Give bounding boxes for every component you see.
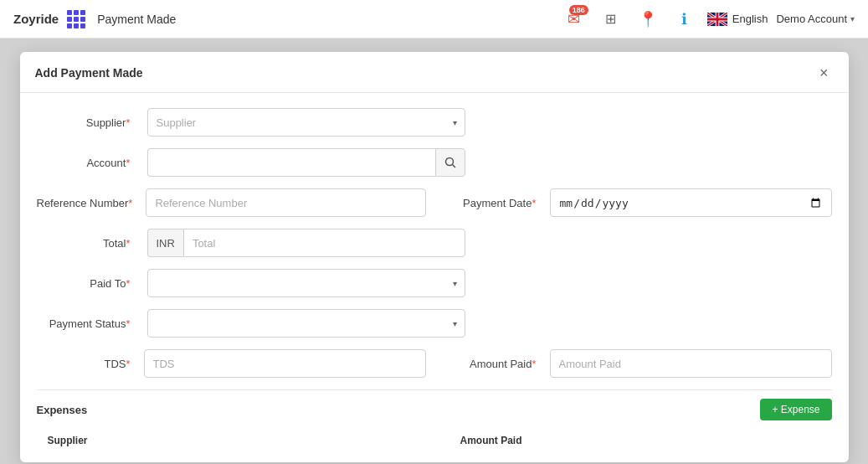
amount-paid-col: Amount Paid* bbox=[443, 349, 832, 378]
amount-paid-input[interactable] bbox=[550, 349, 832, 378]
info-icon[interactable]: ℹ bbox=[670, 5, 699, 34]
account-row: Account* bbox=[37, 148, 832, 177]
amount-paid-label: Amount Paid* bbox=[443, 358, 543, 370]
modal-overlay: Add Payment Made × Supplier* Supplier ▾ bbox=[0, 39, 868, 464]
expenses-table: Supplier Amount Paid bbox=[37, 427, 832, 454]
tds-col: TDS* bbox=[37, 349, 426, 378]
supplier-label: Supplier* bbox=[37, 116, 137, 129]
tds-amount-row: TDS* Amount Paid* bbox=[37, 349, 832, 378]
language-label: English bbox=[732, 13, 768, 25]
total-input-wrap: INR bbox=[147, 229, 465, 257]
total-label: Total* bbox=[37, 237, 137, 250]
account-label: Demo Account bbox=[776, 13, 847, 25]
page-title: Payment Made bbox=[97, 13, 176, 26]
brand-label: Zoyride bbox=[13, 12, 59, 26]
total-row: Total* INR bbox=[37, 229, 832, 257]
account-select[interactable] bbox=[147, 148, 435, 177]
language-selector[interactable]: English bbox=[707, 13, 768, 26]
payment-date-input[interactable] bbox=[550, 188, 832, 217]
paid-to-row: Paid To* ▾ bbox=[37, 269, 832, 297]
supplier-select[interactable]: Supplier bbox=[147, 108, 465, 137]
account-search-button[interactable] bbox=[435, 148, 465, 177]
expenses-section-header: Expenses + Expense bbox=[37, 389, 832, 427]
expenses-col-supplier: Supplier bbox=[37, 428, 449, 454]
payment-status-label: Payment Status* bbox=[37, 317, 137, 330]
ref-date-row: Reference Number* Payment Date* bbox=[37, 188, 832, 217]
account-chevron: ▾ bbox=[850, 14, 855, 23]
svg-point-1 bbox=[445, 158, 453, 166]
map-pin-icon[interactable]: 📍 bbox=[634, 5, 662, 34]
expenses-title: Expenses bbox=[37, 404, 88, 416]
modal-body: Supplier* Supplier ▾ Account* bbox=[20, 93, 849, 462]
envelope-icon[interactable]: ✉ 186 bbox=[560, 5, 588, 34]
expenses-col-amount: Amount Paid bbox=[449, 428, 727, 454]
expenses-col-action bbox=[728, 428, 831, 454]
uk-flag-icon bbox=[707, 13, 727, 26]
add-expense-button[interactable]: + Expense bbox=[760, 399, 831, 420]
total-input[interactable] bbox=[183, 229, 465, 257]
account-required: * bbox=[126, 157, 130, 169]
supplier-required: * bbox=[126, 116, 130, 129]
currency-prefix: INR bbox=[147, 229, 183, 257]
add-payment-modal: Add Payment Made × Supplier* Supplier ▾ bbox=[20, 52, 849, 462]
svg-line-2 bbox=[452, 165, 455, 168]
grid-nav-icon[interactable]: ⊞ bbox=[597, 5, 625, 34]
page-background: Add Payment Made × Supplier* Supplier ▾ bbox=[0, 39, 868, 464]
account-label: Account* bbox=[37, 157, 137, 169]
payment-date-label: Payment Date* bbox=[443, 197, 543, 209]
account-menu[interactable]: Demo Account ▾ bbox=[776, 13, 855, 25]
close-button[interactable]: × bbox=[814, 64, 834, 82]
payment-date-col: Payment Date* bbox=[443, 188, 832, 217]
reference-number-input[interactable] bbox=[146, 188, 425, 217]
payment-status-row: Payment Status* ▾ bbox=[37, 309, 832, 338]
payment-status-select-wrap: ▾ bbox=[147, 309, 465, 338]
search-icon bbox=[444, 157, 456, 168]
payment-status-select[interactable] bbox=[147, 309, 465, 338]
navbar-right: ✉ 186 ⊞ 📍 ℹ English Demo Acco bbox=[560, 5, 855, 34]
envelope-badge: 186 bbox=[569, 5, 588, 15]
navbar: Zoyride Payment Made ✉ 186 ⊞ 📍 ℹ bbox=[0, 0, 868, 39]
paid-to-select-wrap: ▾ bbox=[147, 269, 465, 297]
supplier-select-wrap: Supplier ▾ bbox=[147, 108, 465, 137]
paid-to-select[interactable] bbox=[147, 269, 465, 297]
modal-title: Add Payment Made bbox=[35, 66, 143, 80]
account-input-wrap bbox=[147, 148, 465, 177]
grid-menu-icon[interactable] bbox=[67, 10, 85, 28]
tds-input[interactable] bbox=[144, 349, 426, 378]
paid-to-label: Paid To* bbox=[37, 277, 137, 290]
modal-header: Add Payment Made × bbox=[20, 52, 849, 93]
ref-label: Reference Number* bbox=[37, 197, 140, 209]
supplier-row: Supplier* Supplier ▾ bbox=[37, 108, 832, 137]
tds-label: TDS* bbox=[37, 358, 137, 370]
reference-col: Reference Number* bbox=[37, 188, 426, 217]
